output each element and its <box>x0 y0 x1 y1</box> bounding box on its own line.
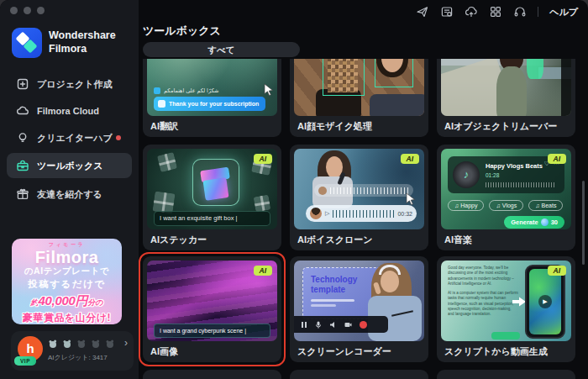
play-icon: ▷ <box>325 210 329 217</box>
cloud-icon <box>16 104 29 118</box>
camera-icon <box>344 321 352 329</box>
card-label: スクリプトから動画生成 <box>444 341 548 362</box>
card-label: AIステッカー <box>150 229 207 250</box>
card-ai-voice-clone[interactable]: ▷ 00:32 AI AIボイスクローン <box>290 145 428 250</box>
window-zoom-button[interactable] <box>37 7 45 14</box>
thumbnail-script-to-video: Good day everyone. Today, we'll be discu… <box>441 261 571 341</box>
slide-title-line2: template <box>311 285 345 294</box>
sidebar-item-label: プロジェクト作成 <box>37 78 113 91</box>
sidebar-item-creator-hub[interactable]: クリエイターハブ <box>7 125 132 150</box>
card-screen-recorder[interactable]: Technologytemplate スクリーンレコーダー <box>290 256 428 362</box>
window-minimize-button[interactable] <box>24 7 31 14</box>
sidebar-item-new-project[interactable]: プロジェクト作成 <box>7 71 132 97</box>
promo-banner[interactable]: フィモーラ Filmora のAIテンプレートで 投稿するだけで 約40,000… <box>12 239 122 324</box>
prompt-input: I want an exquisite gift box | <box>154 211 270 226</box>
sidebar-item-label: Filmora Cloud <box>37 106 99 116</box>
script-paragraph: AI is a computer system that can perform… <box>448 291 518 318</box>
script-paragraph: Good day everyone. Today, we'll be discu… <box>448 266 518 287</box>
voice-waveform-clone: ▷ 00:32 <box>306 205 417 222</box>
sidebar-item-filmora-cloud[interactable]: Filmora Cloud <box>7 98 132 124</box>
tag-pill: ♫Vlogs <box>489 200 523 211</box>
card-ai-object-remover[interactable]: AIオブジェクトリムーバー <box>437 59 575 137</box>
help-button[interactable]: ヘルプ <box>549 6 578 18</box>
window-controls[interactable] <box>10 7 45 14</box>
sidebar-item-refer-friend[interactable]: 友達を紹介する <box>7 182 132 207</box>
cursor-icon <box>406 192 416 205</box>
send-icon[interactable] <box>416 5 429 18</box>
pause-icon <box>301 321 307 329</box>
track-duration: 01:28 <box>486 172 499 178</box>
mini-avatar-icon <box>105 339 115 349</box>
tag-pill: ♫Beats <box>528 200 563 211</box>
arabic-text: شكرًا لكم على اهتمامكم <box>164 87 219 94</box>
apps-grid-icon[interactable] <box>489 5 502 18</box>
record-button-icon <box>360 321 367 329</box>
voice-waveform-source <box>314 184 413 197</box>
promo-amount-prefix: 約 <box>31 298 39 307</box>
prompt-input: I want a grand cyberpunk scene | <box>154 324 270 338</box>
card-ai-sticker[interactable]: I want an exquisite gift box | AI AIステッカ… <box>143 145 281 250</box>
thumbnail-ai-face-mosaic <box>294 59 424 116</box>
card-ai-face-mosaic[interactable]: AI顔モザイク処理 <box>290 59 428 137</box>
floating-gift <box>157 152 177 172</box>
person-torso <box>370 94 424 116</box>
promo-amount: 約40,000円分の <box>12 293 122 309</box>
brand-line2: Filmora <box>49 42 116 55</box>
card-ai-translate[interactable]: شكرًا لكم على اهتمامكم Thank you for you… <box>143 59 281 137</box>
user-account-card[interactable]: h VIP › AIクレジット: 3417 <box>11 331 134 371</box>
cloud-sync-icon[interactable] <box>465 5 478 18</box>
brand-line1: Wondershare <box>49 29 116 42</box>
promo-line5: 豪華賞品を山分け! <box>12 311 122 324</box>
play-icon: ▶ <box>538 295 552 308</box>
sidebar-item-label: 友達を紹介する <box>37 188 102 201</box>
card-label: AI画像 <box>150 341 178 362</box>
waveform <box>333 210 394 218</box>
topbar-actions: ヘルプ <box>416 4 578 19</box>
banner-text: Thank you for your subscription <box>169 101 259 107</box>
card-script-to-video[interactable]: Good day everyone. Today, we'll be discu… <box>437 256 575 362</box>
support-headset-icon[interactable] <box>513 5 527 18</box>
mic-icon <box>315 321 322 329</box>
thumbnail-ai-image: I want a grand cyberpunk scene | AI <box>147 261 277 341</box>
chevron-right-icon[interactable]: › <box>124 337 128 349</box>
card-partial[interactable] <box>437 370 575 379</box>
note-icon: ♫ <box>454 201 459 210</box>
generate-button: Generate 30 <box>504 216 564 229</box>
person-face <box>381 271 399 292</box>
face-detect-box <box>323 59 365 96</box>
filmora-logo-icon <box>12 28 42 58</box>
card-label: AIボイスクローン <box>297 229 373 250</box>
app-window: Wondershare Filmora プロジェクト作成 Filmora Clo… <box>0 0 588 379</box>
new-project-icon <box>16 77 29 91</box>
mini-avatar-icon <box>91 339 101 349</box>
card-partial[interactable] <box>290 370 428 379</box>
card-label: AIオブジェクトリムーバー <box>444 116 557 137</box>
window-close-button[interactable] <box>10 7 18 14</box>
generate-label: Generate <box>511 218 538 226</box>
sidebar: Wondershare Filmora プロジェクト作成 Filmora Clo… <box>0 0 139 379</box>
tag-label: Vlogs <box>502 201 517 210</box>
topbar-divider <box>538 7 538 17</box>
card-ai-image[interactable]: I want a grand cyberpunk scene | AI AI画像 <box>143 256 281 362</box>
sidebar-item-toolbox[interactable]: ツールボックス <box>7 153 132 178</box>
subtitle-icon <box>154 87 160 94</box>
track-title: Happy Vlogs Beats <box>486 162 543 170</box>
mini-avatar-icon <box>48 339 58 349</box>
tag-label: Beats <box>542 201 557 210</box>
script-text: Good day everyone. Today, we'll be discu… <box>448 266 518 318</box>
toolbox-grid: شكرًا لكم على اهتمامكم Thank you for you… <box>139 59 588 379</box>
gift-icon <box>16 187 29 201</box>
avatar <box>318 187 327 195</box>
tag-pill: ♫Happy <box>448 200 484 211</box>
thumbnail-screen-recorder: Technologytemplate <box>294 261 424 341</box>
face-detect-box <box>375 59 413 87</box>
ai-credits-label: AIクレジット: 3417 <box>48 353 108 362</box>
credit-coin-icon <box>541 218 549 226</box>
ai-badge: AI <box>548 154 567 164</box>
vertical-scrollbar[interactable] <box>582 181 585 265</box>
tab-all[interactable]: すべて <box>143 42 300 57</box>
card-ai-music[interactable]: ♪ Happy Vlogs Beats 01:28 ♡ ⋯ ♫Happy ♫Vl… <box>437 145 575 250</box>
card-partial[interactable] <box>143 370 281 379</box>
news-icon[interactable] <box>440 5 454 18</box>
card-label: AI音楽 <box>444 229 472 250</box>
